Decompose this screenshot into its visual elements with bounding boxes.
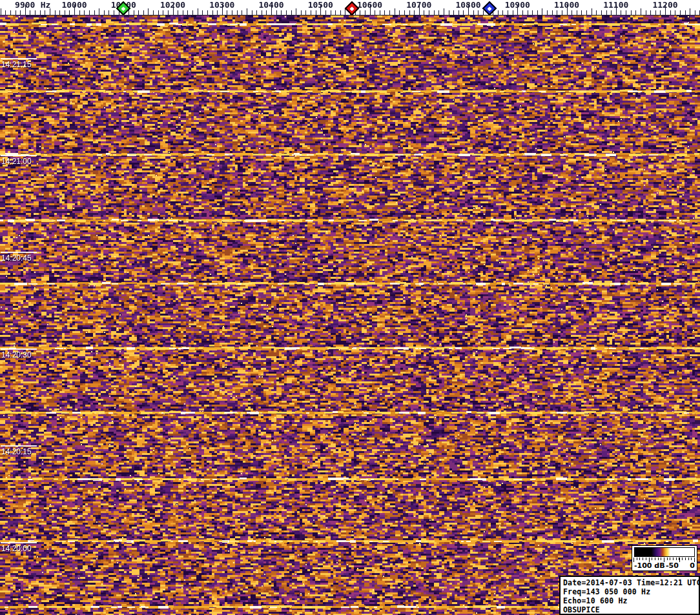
freq-tick-label: 10300 xyxy=(209,0,234,10)
time-tick-label: 14:20:45 xyxy=(1,254,32,263)
intensity-scale-legend: -100 dB -50 0 xyxy=(632,545,697,571)
freq-tick-label: 10500 xyxy=(308,0,333,10)
time-tick-label: 14:21:15 xyxy=(1,60,32,69)
scale-label-mid: -50 xyxy=(666,561,679,570)
waterfall-canvas xyxy=(0,0,700,615)
freq-axis-unit: Hz xyxy=(41,0,51,10)
time-tick-mark xyxy=(1,58,37,59)
time-tick: 14:20:30 xyxy=(0,348,58,363)
time-tick-label: 14:21:00 xyxy=(1,157,32,166)
intensity-gradient-bar xyxy=(634,547,695,557)
time-tick: 14:20:45 xyxy=(0,252,58,266)
freq-tick-label: 11000 xyxy=(554,0,579,10)
scale-label-max: 0 xyxy=(690,561,695,570)
time-tick-label: 14:20:15 xyxy=(1,447,32,456)
freq-tick-label: 10600 xyxy=(357,0,382,10)
info-echo: Echo=10 600 Hz xyxy=(563,596,699,605)
time-tick-mark xyxy=(1,348,37,350)
freq-tick-label: 10000 xyxy=(61,0,87,10)
freq-tick-label: 10900 xyxy=(505,0,530,10)
time-tick: 14:20:15 xyxy=(0,445,58,459)
time-tick-mark xyxy=(1,155,37,156)
freq-tick-label: 10800 xyxy=(455,0,480,10)
info-station: OBSUPICE xyxy=(563,605,699,614)
freq-tick-label: 9900 xyxy=(15,0,35,10)
time-tick-mark xyxy=(1,252,37,253)
red-marker-center-dot xyxy=(350,6,355,11)
time-tick-mark xyxy=(1,445,37,447)
info-date-time: Date=2014-07-03 Time=12:21 UTC xyxy=(563,578,699,587)
blue-marker-center-dot xyxy=(487,6,491,11)
scale-label-min: -100 dB xyxy=(634,561,665,570)
time-tick-label: 14:20:30 xyxy=(1,350,32,359)
time-tick: 14:21:00 xyxy=(0,155,58,169)
info-frequency: Freq=143 050 000 Hz xyxy=(563,587,699,596)
freq-tick-label: 10200 xyxy=(160,0,185,10)
freq-tick-label: 10400 xyxy=(258,0,283,10)
green-marker-center-dot xyxy=(121,6,126,11)
freq-tick-label: 11200 xyxy=(652,0,677,10)
time-tick: 14:21:15 xyxy=(0,58,58,72)
spectrogram-window: 9900100001010010200103001040010500106001… xyxy=(0,0,700,615)
freq-tick-label: 11100 xyxy=(603,0,628,10)
time-tick-label: 14:20:00 xyxy=(1,544,32,553)
time-tick-mark xyxy=(1,542,37,543)
time-tick: 14:20:00 xyxy=(0,542,58,556)
info-box: Date=2014-07-03 Time=12:21 UTC Freq=143 … xyxy=(559,576,700,615)
freq-tick-label: 10700 xyxy=(406,0,431,10)
